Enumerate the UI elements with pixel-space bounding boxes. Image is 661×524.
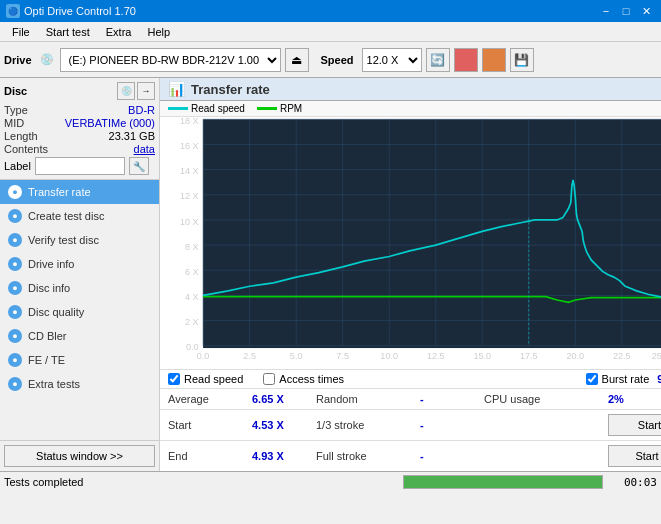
svg-text:20.0: 20.0 bbox=[566, 351, 584, 361]
svg-text:7.5: 7.5 bbox=[336, 351, 349, 361]
full-stroke-value: - bbox=[420, 450, 480, 462]
disc-type-row: Type BD-R bbox=[4, 104, 155, 116]
average-value: 6.65 X bbox=[252, 393, 312, 405]
drive-select[interactable]: (E:) PIONEER BD-RW BDR-212V 1.00 bbox=[60, 48, 281, 72]
nav-icon-extra-tests: ● bbox=[8, 377, 22, 391]
legend-read-speed-label: Read speed bbox=[191, 103, 245, 114]
refresh-button[interactable]: 🔄 bbox=[426, 48, 450, 72]
svg-text:15.0: 15.0 bbox=[473, 351, 491, 361]
nav-cd-bler[interactable]: ● CD Bler bbox=[0, 324, 159, 348]
nav-label-verify-test: Verify test disc bbox=[28, 234, 99, 246]
nav-label-extra-tests: Extra tests bbox=[28, 378, 80, 390]
checkbox-access-times[interactable]: Access times bbox=[263, 373, 344, 385]
svg-text:17.5: 17.5 bbox=[520, 351, 538, 361]
nav-label-transfer-rate: Transfer rate bbox=[28, 186, 91, 198]
red-button[interactable] bbox=[454, 48, 478, 72]
close-button[interactable]: ✕ bbox=[637, 3, 655, 19]
nav-icon-create-test: ● bbox=[8, 209, 22, 223]
svg-text:5.0: 5.0 bbox=[290, 351, 303, 361]
access-times-checkbox-label: Access times bbox=[279, 373, 344, 385]
burst-rate-label: Burst rate bbox=[602, 373, 650, 385]
disc-length-label: Length bbox=[4, 130, 38, 142]
svg-text:12.5: 12.5 bbox=[427, 351, 445, 361]
orange-button[interactable] bbox=[482, 48, 506, 72]
start-label: Start bbox=[168, 419, 248, 431]
nav-fe-te[interactable]: ● FE / TE bbox=[0, 348, 159, 372]
eject-button[interactable]: ⏏ bbox=[285, 48, 309, 72]
legend-rpm: RPM bbox=[257, 103, 302, 114]
nav-icon-verify-test: ● bbox=[8, 233, 22, 247]
disc-label-btn[interactable]: 🔧 bbox=[129, 157, 149, 175]
nav-disc-quality[interactable]: ● Disc quality bbox=[0, 300, 159, 324]
nav-icon-cd-bler: ● bbox=[8, 329, 22, 343]
disc-mid-row: MID VERBATIMe (000) bbox=[4, 117, 155, 129]
app-title: Opti Drive Control 1.70 bbox=[24, 5, 136, 17]
disc-mid-value: VERBATIMe (000) bbox=[65, 117, 155, 129]
minimize-button[interactable]: − bbox=[597, 3, 615, 19]
chart-container: 18 X 16 X 14 X 12 X 10 X 8 X 6 X 4 X 2 X… bbox=[160, 117, 661, 369]
status-text: Tests completed bbox=[4, 476, 399, 488]
nav-extra-tests[interactable]: ● Extra tests bbox=[0, 372, 159, 396]
disc-label-input[interactable] bbox=[35, 157, 125, 175]
content-area: Disc 💿 → Type BD-R MID VERBATIMe (000) L… bbox=[0, 78, 661, 471]
chart-legend: Read speed RPM bbox=[160, 101, 661, 117]
burst-rate-display: Burst rate 96.3 MB/s bbox=[586, 373, 661, 385]
disc-section-title: Disc bbox=[4, 85, 27, 97]
svg-text:14 X: 14 X bbox=[180, 166, 199, 176]
svg-text:25.0 GB: 25.0 GB bbox=[652, 351, 661, 361]
title-bar: 🔵 Opti Drive Control 1.70 − □ ✕ bbox=[0, 0, 661, 22]
burst-rate-value: 96.3 MB/s bbox=[657, 373, 661, 385]
disc-icon-btn-1[interactable]: 💿 bbox=[117, 82, 135, 100]
right-panel: 📊 Transfer rate Read speed RPM bbox=[160, 78, 661, 471]
nav-label-disc-info: Disc info bbox=[28, 282, 70, 294]
time-display: 00:03 bbox=[607, 476, 657, 489]
status-bar: Tests completed 00:03 bbox=[0, 471, 661, 493]
nav-create-test-disc[interactable]: ● Create test disc bbox=[0, 204, 159, 228]
legend-rpm-label: RPM bbox=[280, 103, 302, 114]
speed-select[interactable]: 12.0 X bbox=[362, 48, 422, 72]
disc-icon-buttons: 💿 → bbox=[117, 82, 155, 100]
nav-label-disc-quality: Disc quality bbox=[28, 306, 84, 318]
nav-icon-disc-info: ● bbox=[8, 281, 22, 295]
nav-label-create-test: Create test disc bbox=[28, 210, 104, 222]
menu-extra[interactable]: Extra bbox=[98, 24, 140, 40]
nav-verify-test-disc[interactable]: ● Verify test disc bbox=[0, 228, 159, 252]
title-bar-left: 🔵 Opti Drive Control 1.70 bbox=[6, 4, 136, 18]
svg-text:12 X: 12 X bbox=[180, 191, 199, 201]
nav-menu: ● Transfer rate ● Create test disc ● Ver… bbox=[0, 180, 159, 440]
menu-file[interactable]: File bbox=[4, 24, 38, 40]
burst-rate-checkbox[interactable] bbox=[586, 373, 598, 385]
drive-label: Drive bbox=[4, 54, 32, 66]
random-label: Random bbox=[316, 393, 416, 405]
nav-label-drive-info: Drive info bbox=[28, 258, 74, 270]
stroke-label: 1/3 stroke bbox=[316, 419, 416, 431]
menu-help[interactable]: Help bbox=[139, 24, 178, 40]
chart-icon: 📊 bbox=[168, 81, 185, 97]
chart-footer: Read speed Access times Burst rate 96.3 … bbox=[160, 369, 661, 388]
disc-icon-btn-2[interactable]: → bbox=[137, 82, 155, 100]
nav-transfer-rate[interactable]: ● Transfer rate bbox=[0, 180, 159, 204]
chart-svg: 18 X 16 X 14 X 12 X 10 X 8 X 6 X 4 X 2 X… bbox=[160, 117, 661, 369]
disc-contents-value[interactable]: data bbox=[134, 143, 155, 155]
status-window-button[interactable]: Status window >> bbox=[4, 445, 155, 467]
chart-header: 📊 Transfer rate bbox=[160, 78, 661, 101]
svg-text:4 X: 4 X bbox=[185, 292, 199, 302]
read-speed-checkbox[interactable] bbox=[168, 373, 180, 385]
save-button[interactable]: 💾 bbox=[510, 48, 534, 72]
start-full-button[interactable]: Start full bbox=[608, 414, 661, 436]
random-value: - bbox=[420, 393, 480, 405]
disc-contents-label: Contents bbox=[4, 143, 48, 155]
menu-bar: File Start test Extra Help bbox=[0, 22, 661, 42]
progress-bar-container bbox=[403, 475, 603, 489]
access-times-checkbox[interactable] bbox=[263, 373, 275, 385]
nav-icon-drive-info: ● bbox=[8, 257, 22, 271]
nav-drive-info[interactable]: ● Drive info bbox=[0, 252, 159, 276]
checkbox-read-speed[interactable]: Read speed bbox=[168, 373, 243, 385]
start-part-button[interactable]: Start part bbox=[608, 445, 661, 467]
nav-icon-transfer-rate: ● bbox=[8, 185, 22, 199]
disc-length-row: Length 23.31 GB bbox=[4, 130, 155, 142]
menu-start-test[interactable]: Start test bbox=[38, 24, 98, 40]
cpu-label: CPU usage bbox=[484, 393, 604, 405]
nav-disc-info[interactable]: ● Disc info bbox=[0, 276, 159, 300]
maximize-button[interactable]: □ bbox=[617, 3, 635, 19]
